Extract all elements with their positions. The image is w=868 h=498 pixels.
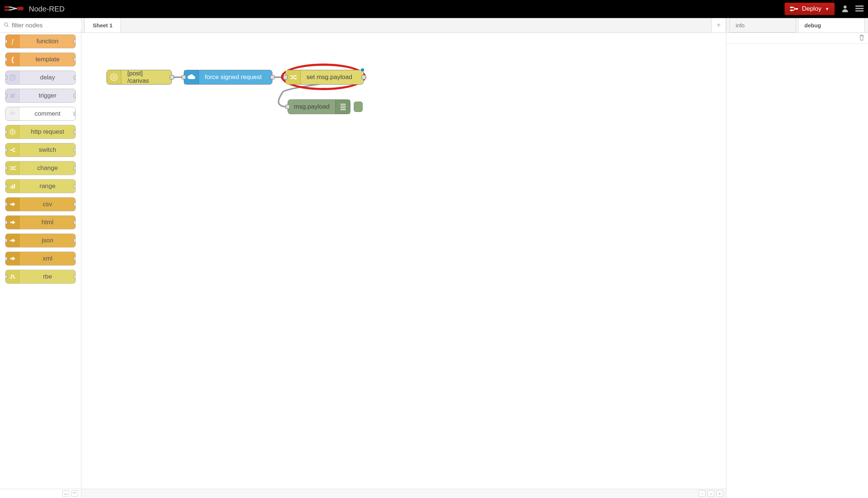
input-port[interactable] xyxy=(5,130,7,134)
palette-node-label: http request xyxy=(20,128,75,136)
input-port[interactable] xyxy=(5,40,7,44)
flow-node-change[interactable]: set msg.payload xyxy=(285,70,364,85)
shuffle-icon xyxy=(286,70,301,84)
palette-node-http-request[interactable]: http request xyxy=(5,125,76,139)
palette-node-json[interactable]: json xyxy=(5,233,76,248)
palette-node-label: xml xyxy=(20,255,75,262)
workspace-tab[interactable]: Sheet 1 xyxy=(84,18,121,33)
palette-node-xml[interactable]: xml xyxy=(5,252,76,266)
input-port[interactable] xyxy=(5,202,7,207)
bars-icon xyxy=(6,180,20,193)
input-port[interactable] xyxy=(5,58,7,62)
flow-node-http-in[interactable]: [post] /canvas xyxy=(106,70,172,85)
output-port[interactable] xyxy=(74,148,76,152)
sidebar-tab-info[interactable]: info xyxy=(729,18,796,33)
shuffle-icon xyxy=(6,161,20,175)
output-port[interactable] xyxy=(74,40,76,44)
flow-canvas[interactable]: [post] /canvas force signed request xyxy=(81,33,726,489)
input-port[interactable] xyxy=(5,76,7,80)
input-port[interactable] xyxy=(5,94,7,98)
input-port[interactable] xyxy=(283,75,288,79)
add-tab-button[interactable]: + xyxy=(711,18,726,33)
clear-debug-button[interactable] xyxy=(859,35,864,42)
search-icon xyxy=(4,22,9,28)
input-port[interactable] xyxy=(5,221,7,225)
palette-collapse-down-button[interactable]: ︾ xyxy=(71,490,78,497)
user-icon[interactable] xyxy=(841,5,849,13)
input-port[interactable] xyxy=(5,148,7,152)
output-port[interactable] xyxy=(74,202,76,207)
palette-node-label: function xyxy=(20,38,75,45)
output-port[interactable] xyxy=(74,275,76,279)
tab-label: Sheet 1 xyxy=(93,22,112,28)
output-port[interactable] xyxy=(170,75,174,79)
output-port[interactable] xyxy=(74,257,76,261)
output-port[interactable] xyxy=(74,239,76,243)
palette-node-label: json xyxy=(20,237,75,244)
output-port[interactable] xyxy=(74,130,76,134)
deploy-button[interactable]: Deploy ▼ xyxy=(784,3,835,15)
cloud-icon xyxy=(184,70,199,84)
sidebar-tab-debug[interactable]: debug xyxy=(798,18,865,33)
palette-node-function[interactable]: function xyxy=(5,34,76,48)
deploy-caret-icon[interactable]: ▼ xyxy=(825,7,829,11)
palette-node-comment[interactable]: comment xyxy=(5,107,76,121)
wires-layer xyxy=(81,33,726,489)
palette-node-change[interactable]: change xyxy=(5,161,76,175)
output-port[interactable] xyxy=(74,112,76,116)
palette-node-trigger[interactable]: trigger xyxy=(5,89,76,103)
arrow-icon xyxy=(6,216,20,229)
zoom-reset-button[interactable]: ○ xyxy=(708,490,714,497)
palette-search[interactable] xyxy=(0,18,81,33)
svg-rect-2 xyxy=(790,10,793,11)
palette-node-range[interactable]: range xyxy=(5,179,76,193)
output-port[interactable] xyxy=(362,75,366,79)
palette-node-delay[interactable]: delay xyxy=(5,71,76,85)
node-changed-indicator xyxy=(360,68,365,72)
flow-node-force-signed[interactable]: force signed request xyxy=(184,70,272,85)
output-port[interactable] xyxy=(74,76,76,80)
palette-node-csv[interactable]: csv xyxy=(5,197,76,211)
svg-rect-0 xyxy=(17,7,24,10)
debug-toggle[interactable] xyxy=(354,102,363,112)
logo-icon xyxy=(4,4,25,14)
switch-icon xyxy=(6,143,20,157)
input-port[interactable] xyxy=(5,257,7,261)
palette-search-input[interactable] xyxy=(11,21,91,30)
output-port[interactable] xyxy=(74,94,76,98)
menu-icon[interactable] xyxy=(855,5,864,13)
svg-rect-6 xyxy=(855,8,864,9)
tab-label: debug xyxy=(804,22,821,28)
palette-node-template[interactable]: template xyxy=(5,52,76,66)
palette-node-label: template xyxy=(20,56,75,63)
debug-bars-icon xyxy=(335,100,350,114)
svg-point-4 xyxy=(844,6,847,8)
svg-rect-1 xyxy=(790,7,793,8)
flow-node-debug[interactable]: msg.payload xyxy=(288,99,350,114)
palette-node-html[interactable]: html xyxy=(5,215,76,229)
input-port[interactable] xyxy=(182,75,186,79)
svg-line-9 xyxy=(7,26,9,27)
pulse-icon xyxy=(6,89,20,102)
input-port[interactable] xyxy=(285,105,290,109)
palette-node-switch[interactable]: switch xyxy=(5,143,76,157)
input-port[interactable] xyxy=(5,239,7,243)
svg-rect-5 xyxy=(855,6,864,7)
palette-collapse-up-button[interactable]: ︽ xyxy=(62,490,69,497)
pulse2-icon xyxy=(6,270,20,283)
node-label: [post] /canvas xyxy=(121,70,172,85)
input-port[interactable] xyxy=(5,166,7,170)
input-port[interactable] xyxy=(5,184,7,188)
node-label: set msg.payload xyxy=(301,74,358,81)
output-port[interactable] xyxy=(74,184,76,188)
zoom-out-button[interactable]: − xyxy=(699,490,705,497)
output-port[interactable] xyxy=(270,75,275,79)
brace-icon xyxy=(6,53,20,66)
palette-node-rbe[interactable]: rbe xyxy=(5,270,76,284)
output-port[interactable] xyxy=(74,58,76,62)
zoom-in-button[interactable]: + xyxy=(716,490,723,497)
palette-node-label: switch xyxy=(20,146,75,154)
output-port[interactable] xyxy=(74,221,76,225)
output-port[interactable] xyxy=(74,166,76,170)
input-port[interactable] xyxy=(5,275,7,279)
